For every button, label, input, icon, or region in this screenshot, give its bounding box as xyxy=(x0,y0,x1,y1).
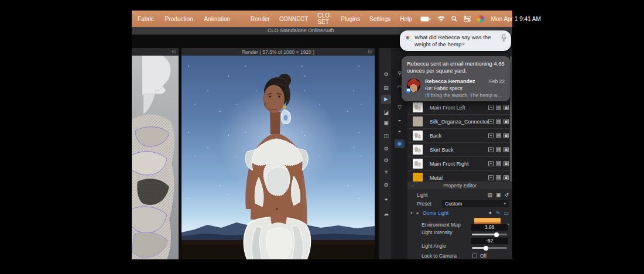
menu-render[interactable]: Render xyxy=(251,16,270,22)
copy-icon[interactable]: ▣ xyxy=(503,147,509,152)
copy-icon[interactable]: ▣ xyxy=(503,161,509,166)
menu-animation[interactable]: Animation xyxy=(204,16,230,22)
search-icon[interactable] xyxy=(451,16,457,22)
preset-dropdown[interactable]: Custom ▾ xyxy=(442,200,509,207)
light-section-label: Light xyxy=(417,192,427,198)
copy-icon[interactable]: ▣ xyxy=(503,105,509,110)
object-row-label: Metal xyxy=(430,175,488,181)
preset-label: Preset xyxy=(417,201,431,207)
dome-light-camera-icon[interactable]: ◉ xyxy=(395,139,405,148)
brush-icon[interactable]: ✎ xyxy=(496,210,501,216)
cloud-render-icon[interactable]: ☁ xyxy=(381,210,391,218)
object-row-label: Main Front Right xyxy=(430,161,488,167)
lock-to-camera-checkbox[interactable] xyxy=(472,254,477,258)
object-row-main-front-right[interactable]: Main Front Right +▤▣ xyxy=(407,157,512,171)
detach-icon[interactable]: ◱ xyxy=(172,49,176,54)
layout-icon[interactable]: ▤ xyxy=(496,175,501,180)
scrollbar[interactable] xyxy=(510,56,512,181)
object-row-label: Back xyxy=(430,133,488,139)
undo-icon[interactable]: ↺ xyxy=(504,192,509,198)
menu-plugins[interactable]: Plugins xyxy=(341,16,360,22)
menu-help[interactable]: Help xyxy=(400,16,412,22)
control-center-icon[interactable] xyxy=(464,16,471,22)
chevron-down-icon: ▾ xyxy=(503,201,506,206)
render-settings-icon[interactable]: ⚙ xyxy=(381,70,391,79)
email-preview[interactable]: Rebecca Hernandez Feb 22 Re: Fabric spec… xyxy=(407,78,505,100)
menu-production[interactable]: Production xyxy=(165,16,193,22)
battery-icon[interactable] xyxy=(420,16,431,22)
add-icon[interactable]: + xyxy=(488,147,494,152)
object-row-label: Skirt Back xyxy=(430,147,488,153)
lock-to-camera-row: Lock to Camera Off xyxy=(407,252,512,259)
model-render xyxy=(181,56,375,259)
copy-icon[interactable]: ▣ xyxy=(503,175,509,180)
menubar-clock[interactable]: Mon Apr 1 9:41 AM xyxy=(491,16,541,22)
email-subject: Re: Fabric specs xyxy=(425,85,505,92)
wifi-icon[interactable] xyxy=(437,16,445,22)
image-small-icon[interactable]: ▣ xyxy=(381,119,391,128)
gear-b-icon[interactable]: ⚙ xyxy=(381,156,391,165)
dome-icon[interactable]: ◓ xyxy=(395,128,405,136)
menu-connect[interactable]: CONNECT xyxy=(279,16,308,22)
intensity-slider[interactable] xyxy=(472,234,507,235)
save-icon[interactable]: ▣ xyxy=(496,192,501,198)
assistant-query-bubble[interactable]: What did Rebecca say was the weight of t… xyxy=(400,30,511,51)
object-row-skirt-back[interactable]: Skirt Back +▤▣ xyxy=(407,143,512,157)
dome-light-label: Dome Light xyxy=(423,210,448,216)
add-icon[interactable]: + xyxy=(488,105,494,110)
render-queue-icon[interactable]: ▤ xyxy=(381,84,391,93)
object-row-back[interactable]: Back +▤▣ xyxy=(407,129,512,143)
add-icon[interactable]: + xyxy=(488,175,494,180)
menu-clo-set[interactable]: CLO-SET xyxy=(317,12,331,25)
macos-menu-bar: Fabric Production Animation Render CONNE… xyxy=(132,11,512,27)
light-section-row: Light ▤ ▣ ↺ xyxy=(407,191,512,198)
assistant-query-text: What did Rebecca say was the weight of t… xyxy=(415,34,498,48)
garment-3d-view[interactable] xyxy=(132,56,179,259)
layout-icon[interactable]: ▤ xyxy=(496,105,501,110)
property-editor-header: → Property Editor xyxy=(407,181,512,189)
light-settings-icon[interactable]: ✳ xyxy=(381,168,391,177)
assistant-answer-text: Rebecca sent an email mentioning 4.65 ou… xyxy=(407,60,505,75)
microphone-icon[interactable] xyxy=(501,34,506,42)
layout-icon[interactable]: ▤ xyxy=(496,147,501,152)
assistant-app-icon[interactable] xyxy=(477,15,484,22)
add-icon[interactable]: + xyxy=(488,161,494,166)
object-row-silk-organza[interactable]: Silk_Organza_Connector +▤▣ xyxy=(407,115,512,129)
copy-icon[interactable]: ▣ xyxy=(503,133,509,138)
copy-icon[interactable]: ▣ xyxy=(503,119,509,124)
render-video-icon[interactable]: ▶ xyxy=(381,95,391,104)
property-editor-title: Property Editor xyxy=(443,183,477,189)
assistant-icon xyxy=(405,35,411,41)
image-sequence-icon[interactable]: ◫ xyxy=(381,132,391,141)
spotlight-icon[interactable]: ▽ xyxy=(395,103,405,112)
add-icon[interactable]: + xyxy=(488,133,494,138)
collapse-arrow-icon[interactable]: ▾ xyxy=(410,211,413,215)
gear-film-icon[interactable]: ⚙ xyxy=(381,181,391,190)
add-icon[interactable]: + xyxy=(488,119,494,124)
status-icons xyxy=(420,15,484,22)
light-intensity-label: Light Intensity xyxy=(422,230,452,235)
preset-value: Custom xyxy=(445,201,462,207)
object-row-main-front-left[interactable]: Main Front Left +▤▣ xyxy=(407,101,512,115)
screen-icon[interactable]: ▭ xyxy=(503,210,509,216)
menu-settings[interactable]: Settings xyxy=(369,16,390,22)
image-icon[interactable]: ◪ xyxy=(381,108,391,117)
render-view-header: Render ( 57.5% of 1080 × 1920 ) ◱ xyxy=(181,48,375,56)
property-editor: → Property Editor Light ▤ ▣ ↺ Preset Cus… xyxy=(407,181,512,259)
hemisphere-icon[interactable]: ◒ xyxy=(395,116,405,125)
magic-wand-icon[interactable]: ✦ xyxy=(381,196,391,204)
angle-slider[interactable] xyxy=(472,247,507,249)
dock-arrow-icon[interactable]: → xyxy=(410,183,415,188)
detach-icon[interactable]: ◱ xyxy=(368,49,372,54)
environment-map-label: Environment Map xyxy=(422,222,461,228)
layout-icon[interactable]: ▤ xyxy=(496,119,501,124)
email-date: Feb 22 xyxy=(489,78,505,85)
dome-light-row[interactable]: ▾ ◓ Dome Light ✦ ✎ ▭ xyxy=(407,210,512,217)
layout-icon[interactable]: ▤ xyxy=(496,133,501,138)
menu-fabric[interactable]: Fabric xyxy=(138,16,154,22)
render-3d-view[interactable] xyxy=(181,56,375,259)
folder-icon[interactable]: ▤ xyxy=(487,192,492,198)
bulb-icon[interactable]: ✦ xyxy=(488,210,492,216)
gear-a-icon[interactable]: ⚙ xyxy=(381,145,391,153)
layout-icon[interactable]: ▤ xyxy=(496,161,501,166)
